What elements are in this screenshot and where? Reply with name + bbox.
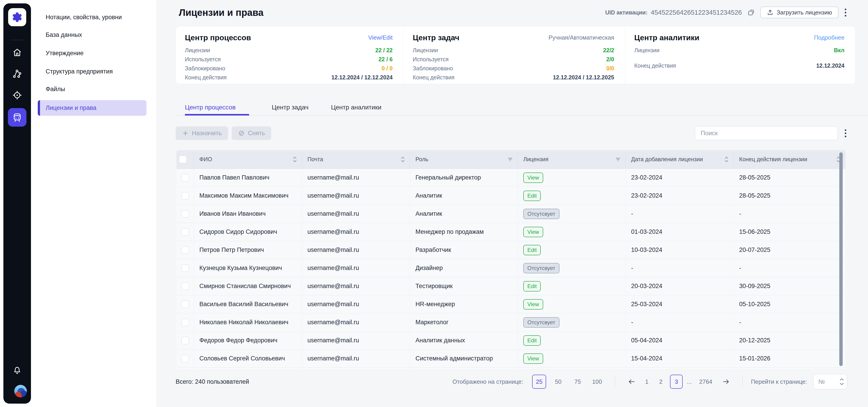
table-row: Николаев Николай Николаевич username@mai… (176, 313, 845, 332)
cell-added: 23-02-2024 (626, 187, 734, 205)
tab-process-center[interactable]: Центр процессов (185, 99, 249, 115)
sort-icon[interactable] (400, 156, 405, 163)
row-value: 12.12.2024 / 12.12.2024 (331, 74, 393, 81)
sidebar-item-notations[interactable]: Нотации, свойства, уровни (46, 11, 122, 24)
table-kebab-menu[interactable] (844, 128, 847, 138)
select-all-checkbox[interactable] (179, 156, 187, 163)
assign-button[interactable]: Назначить (176, 126, 228, 140)
filter-icon[interactable] (507, 156, 513, 162)
header-kebab-menu[interactable] (844, 8, 847, 18)
row-checkbox[interactable] (181, 301, 189, 308)
prev-page-button[interactable] (627, 378, 636, 386)
tab-analytics-center[interactable]: Центр аналитики (331, 99, 381, 115)
cell-added: - (626, 259, 734, 277)
table-row: Васильев Василий Васильевич username@mai… (176, 295, 845, 313)
card-process-center: Центр процессов View/Edit Лицензии22 / 2… (176, 26, 403, 84)
card-analytics-center: Центр аналитики Подробнее ЛицензииВкл Ко… (625, 26, 855, 84)
cell-role: Генеральный директор (410, 169, 518, 187)
stepper-icons[interactable] (839, 374, 844, 389)
cell-end: 28-05-2025 (734, 187, 845, 205)
sidebar-item-database[interactable]: База данных (46, 29, 82, 41)
target-icon[interactable] (12, 90, 22, 100)
ban-icon (238, 130, 245, 136)
row-checkbox[interactable] (181, 337, 189, 344)
column-header-role: Роль (415, 156, 428, 163)
sidebar-item-licenses-selected[interactable]: Лицензии и права (38, 100, 147, 116)
page-size-100[interactable]: 100 (591, 378, 602, 385)
cell-fio: Сидоров Сидор Сидорович (194, 223, 302, 241)
table-row: Федоров Федор Федорович username@mail.ru… (176, 332, 845, 350)
next-page-button[interactable] (722, 378, 730, 386)
sort-icon[interactable] (292, 156, 297, 163)
icon-rail (3, 3, 31, 404)
sidebar-item-approval[interactable]: Утверждение (46, 47, 84, 60)
table-row: Иванов Иван Иванович username@mail.ru Ан… (176, 205, 845, 223)
page-1[interactable]: 1 (643, 378, 651, 385)
page-2[interactable]: 2 (657, 378, 664, 385)
row-label: Заблокировано (413, 65, 453, 72)
tab-task-center[interactable]: Центр задач (272, 99, 308, 115)
row-checkbox[interactable] (181, 355, 189, 363)
license-badge: View (523, 173, 543, 183)
cell-end: 15-06-2025 (734, 223, 845, 241)
cell-fio: Смирнов Станислав Смирнович (194, 277, 302, 295)
cell-email: username@mail.ru (302, 241, 410, 259)
row-checkbox[interactable] (181, 264, 189, 272)
sidebar-item-label: База данных (46, 31, 82, 38)
cell-added: 10-03-2024 (626, 241, 734, 259)
process-flow-icon[interactable] (12, 68, 22, 79)
upload-license-button[interactable]: Загрузить лицензию (761, 6, 838, 18)
home-icon[interactable] (12, 47, 22, 58)
goto-page-label: Перейти к странице: (751, 378, 807, 385)
filter-icon[interactable] (615, 156, 621, 162)
table-row: Кузнецов Кузьма Кузнецович username@mail… (176, 259, 845, 277)
row-checkbox[interactable] (181, 282, 189, 290)
page-size-75[interactable]: 75 (572, 378, 583, 385)
pagination-cluster: Отображено на странице: 25 50 75 100 1 2… (452, 374, 847, 389)
unassign-button[interactable]: Снять (232, 126, 271, 140)
cell-email: username@mail.ru (302, 259, 410, 277)
divider (742, 375, 743, 388)
row-label: Конец действия (185, 74, 227, 81)
page-size-25-selected[interactable]: 25 (532, 375, 546, 389)
bell-icon[interactable] (12, 365, 22, 376)
view-edit-link[interactable]: View/Edit (368, 34, 393, 41)
row-checkbox[interactable] (181, 246, 189, 254)
cell-email: username@mail.ru (302, 332, 410, 350)
table-row-partial (176, 368, 845, 369)
goto-page-box (813, 374, 847, 389)
sidebar-item-structure[interactable]: Структура предприятия (46, 65, 113, 78)
row-checkbox[interactable] (181, 210, 189, 218)
page-last[interactable]: 2764 (697, 378, 715, 385)
table-scrollbar[interactable] (839, 152, 843, 366)
license-badge: Отсутсвует (523, 317, 559, 327)
license-badge: View (523, 353, 543, 364)
details-link[interactable]: Подробнее (814, 34, 844, 41)
copy-uid-button[interactable] (747, 9, 755, 16)
app-logo[interactable] (8, 8, 26, 26)
page-3-current[interactable]: 3 (670, 375, 683, 389)
cell-fio: Иванов Иван Иванович (194, 205, 302, 223)
user-avatar[interactable] (14, 385, 27, 398)
assign-button-label: Назначить (192, 130, 222, 137)
row-checkbox[interactable] (181, 228, 189, 236)
table-footer: Всего: 240 пользователей Отображено на с… (176, 373, 847, 390)
sort-icon[interactable] (724, 156, 729, 163)
tab-label: Центр задач (272, 104, 308, 111)
cell-role: HR-менеджер (410, 295, 518, 313)
card-title: Центр задач (413, 33, 459, 42)
row-label: Лицензии (185, 47, 210, 54)
table-row: Петров Петр Петрович username@mail.ru Ра… (176, 241, 845, 259)
row-checkbox[interactable] (181, 319, 189, 326)
robot-icon (11, 112, 23, 123)
sidebar-item-files[interactable]: Файлы (46, 83, 65, 95)
row-checkbox[interactable] (181, 174, 189, 182)
license-badge: Edit (523, 281, 541, 291)
sidebar-item-label: Структура предприятия (46, 68, 113, 75)
row-checkbox[interactable] (181, 192, 189, 200)
licenses-rail-item[interactable] (8, 108, 26, 127)
page-size-50[interactable]: 50 (553, 378, 564, 385)
total-users-label: Всего: 240 пользователей (176, 378, 249, 385)
upload-icon (767, 9, 774, 16)
search-input[interactable] (695, 126, 838, 140)
